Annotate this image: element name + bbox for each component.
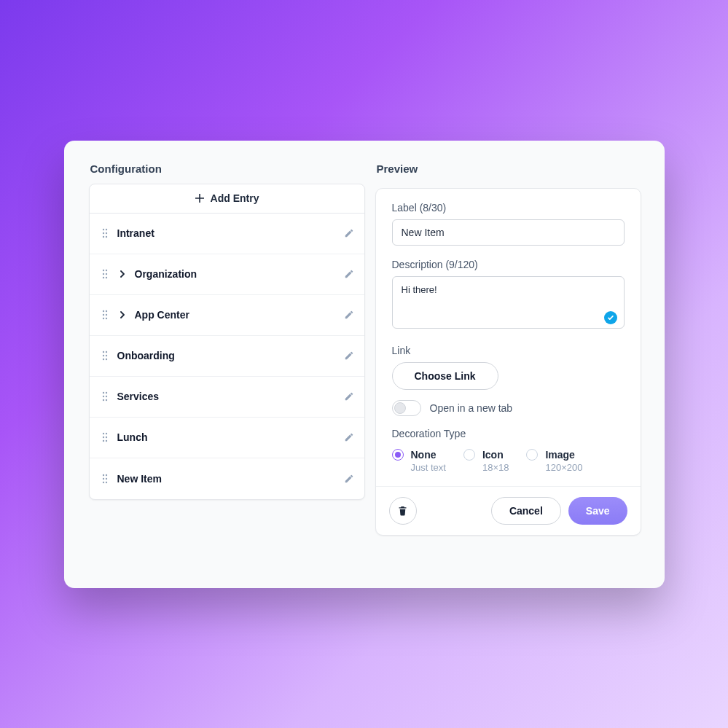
svg-point-19 xyxy=(105,351,106,353)
svg-point-11 xyxy=(105,277,106,278)
svg-point-10 xyxy=(102,277,103,278)
drag-handle-icon[interactable] xyxy=(100,432,110,442)
decoration-option-sub: 18×18 xyxy=(482,461,509,474)
svg-point-29 xyxy=(105,399,106,401)
svg-point-30 xyxy=(102,433,103,434)
svg-point-27 xyxy=(105,396,106,397)
configuration-title: Configuration xyxy=(90,163,365,175)
description-textarea[interactable] xyxy=(392,276,625,329)
new-tab-label: Open in a new tab xyxy=(430,402,513,414)
add-entry-button[interactable]: Add Entry xyxy=(90,184,364,214)
plus-icon xyxy=(195,193,205,203)
tree-row-label: New Item xyxy=(117,473,337,485)
radio-icon[interactable] xyxy=(392,449,404,461)
edit-icon[interactable] xyxy=(344,228,354,238)
svg-point-17 xyxy=(105,318,106,319)
svg-point-5 xyxy=(105,236,106,238)
tree-row[interactable]: Lunch xyxy=(90,418,364,458)
svg-point-15 xyxy=(105,314,106,316)
svg-point-35 xyxy=(105,440,106,442)
tree-row-label: Lunch xyxy=(117,431,337,443)
tree-row-label: Services xyxy=(117,391,337,402)
drag-handle-icon[interactable] xyxy=(100,228,110,238)
decoration-option-label: Icon xyxy=(482,448,509,462)
cancel-button[interactable]: Cancel xyxy=(491,497,561,525)
description-field-label: Description (9/120) xyxy=(392,259,625,270)
edit-icon[interactable] xyxy=(344,310,354,320)
svg-point-32 xyxy=(102,437,103,438)
svg-point-7 xyxy=(105,270,106,271)
trash-icon xyxy=(397,505,408,516)
new-tab-toggle[interactable] xyxy=(392,400,421,416)
choose-link-button[interactable]: Choose Link xyxy=(392,362,498,390)
drag-handle-icon[interactable] xyxy=(100,310,110,320)
preview-card: Label (8/30) Description (9/120) Link Ch… xyxy=(375,188,641,536)
tree-row-label: Onboarding xyxy=(117,350,337,361)
drag-handle-icon[interactable] xyxy=(100,474,110,484)
tree-row[interactable]: New Item xyxy=(90,458,364,499)
svg-point-36 xyxy=(102,474,103,475)
svg-point-21 xyxy=(105,355,106,356)
edit-icon[interactable] xyxy=(344,391,354,402)
svg-point-34 xyxy=(102,440,103,442)
edit-icon[interactable] xyxy=(344,474,354,484)
tree-row[interactable]: Intranet xyxy=(90,214,364,254)
decoration-option-sub: 120×200 xyxy=(545,461,582,474)
svg-point-8 xyxy=(102,273,103,275)
chevron-right-icon[interactable] xyxy=(117,270,128,278)
link-label: Link xyxy=(392,345,625,356)
svg-point-38 xyxy=(102,477,103,479)
svg-point-37 xyxy=(105,474,106,475)
svg-point-23 xyxy=(105,359,106,360)
svg-point-20 xyxy=(102,355,103,356)
drag-handle-icon[interactable] xyxy=(100,269,110,279)
configuration-column: Configuration Add Entry IntranetOrganiza… xyxy=(89,163,365,563)
decoration-option-sub: Just text xyxy=(411,461,446,474)
drag-handle-icon[interactable] xyxy=(100,391,110,402)
tree-row-label: App Center xyxy=(135,309,337,321)
svg-point-6 xyxy=(102,270,103,271)
decoration-option[interactable]: Icon18×18 xyxy=(463,448,509,474)
decoration-option[interactable]: NoneJust text xyxy=(392,448,446,474)
add-entry-label: Add Entry xyxy=(211,192,259,204)
svg-point-12 xyxy=(102,310,103,312)
svg-point-33 xyxy=(105,437,106,438)
tree-row[interactable]: App Center xyxy=(90,295,364,336)
svg-point-24 xyxy=(102,392,103,394)
tree-row[interactable]: Organization xyxy=(90,254,364,295)
svg-point-16 xyxy=(102,318,103,319)
svg-point-31 xyxy=(105,433,106,434)
tree-row[interactable]: Services xyxy=(90,377,364,418)
label-field-label: Label (8/30) xyxy=(392,202,625,214)
svg-point-4 xyxy=(102,236,103,238)
svg-point-26 xyxy=(102,396,103,397)
radio-icon[interactable] xyxy=(463,449,475,461)
edit-icon[interactable] xyxy=(344,432,354,442)
tree-row-label: Organization xyxy=(135,268,337,280)
decoration-label: Decoration Type xyxy=(392,428,625,439)
radio-icon[interactable] xyxy=(526,449,538,461)
decoration-option-label: None xyxy=(411,448,446,462)
check-icon xyxy=(604,311,617,324)
label-input[interactable] xyxy=(392,219,625,246)
svg-point-18 xyxy=(102,351,103,353)
toggle-knob xyxy=(394,402,406,414)
preview-title: Preview xyxy=(377,163,641,175)
edit-icon[interactable] xyxy=(344,269,354,279)
svg-point-14 xyxy=(102,314,103,316)
delete-button[interactable] xyxy=(389,497,417,525)
tree-row-label: Intranet xyxy=(117,227,337,239)
decoration-option[interactable]: Image120×200 xyxy=(526,448,582,474)
tree-row[interactable]: Onboarding xyxy=(90,336,364,377)
svg-point-9 xyxy=(105,273,106,275)
svg-point-2 xyxy=(102,232,103,234)
preview-column: Preview Label (8/30) Description (9/120)… xyxy=(375,163,641,563)
svg-point-3 xyxy=(105,232,106,234)
chevron-right-icon[interactable] xyxy=(117,311,128,318)
save-button[interactable]: Save xyxy=(568,497,627,525)
svg-point-39 xyxy=(105,477,106,479)
entries-list: Add Entry IntranetOrganizationApp Center… xyxy=(89,184,365,500)
drag-handle-icon[interactable] xyxy=(100,351,110,361)
svg-point-40 xyxy=(102,481,103,482)
edit-icon[interactable] xyxy=(344,351,354,361)
